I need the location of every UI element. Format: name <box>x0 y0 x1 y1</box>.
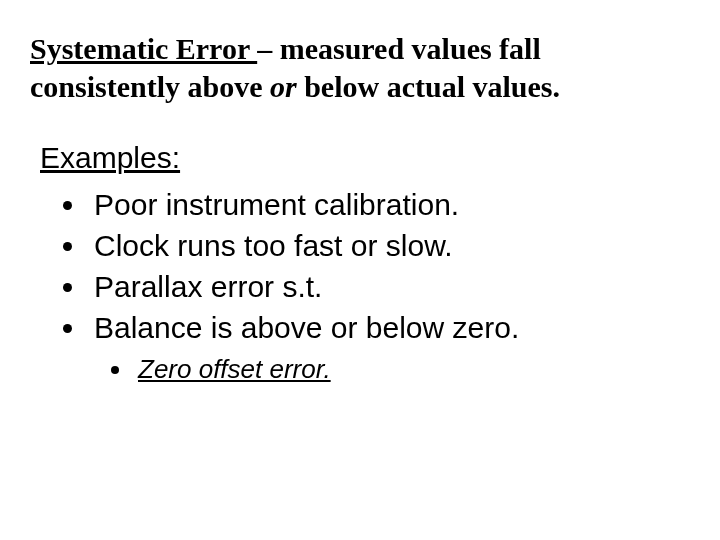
list-item: Parallax error s.t. <box>88 267 690 306</box>
title-text-b: below actual values. <box>297 70 560 103</box>
slide: Systematic Error – measured values fall … <box>0 0 720 540</box>
list-item: Balance is above or below zero. Zero off… <box>88 308 690 387</box>
list-item-text: Balance is above or below zero. <box>94 311 519 344</box>
title-term: Systematic Error <box>30 32 257 65</box>
sub-list-item: Zero offset error. <box>134 353 690 387</box>
slide-title: Systematic Error – measured values fall … <box>30 30 690 105</box>
list-item: Clock runs too fast or slow. <box>88 226 690 265</box>
bullet-list: Poor instrument calibration. Clock runs … <box>30 185 690 387</box>
sub-bullet-list: Zero offset error. <box>94 353 690 387</box>
examples-heading: Examples: <box>40 141 690 175</box>
title-or: or <box>270 70 297 103</box>
list-item: Poor instrument calibration. <box>88 185 690 224</box>
